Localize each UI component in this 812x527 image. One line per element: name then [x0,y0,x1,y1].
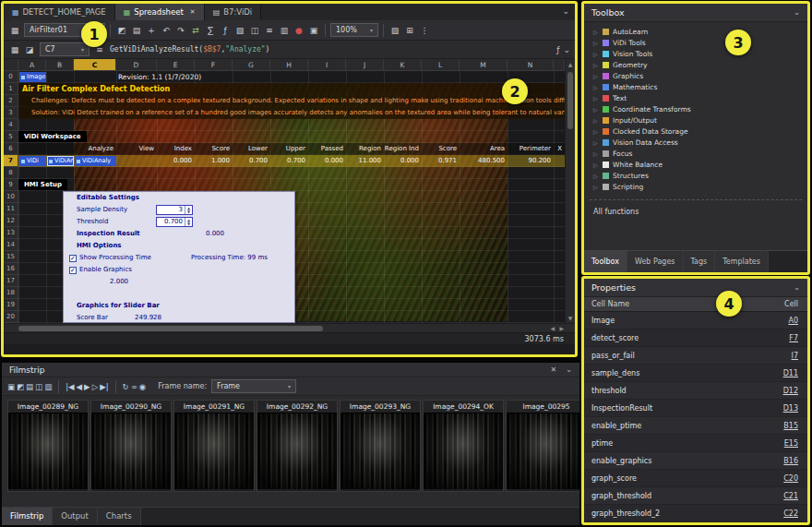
row-number[interactable]: 14 [4,239,18,251]
column-header[interactable] [554,59,565,70]
row-number[interactable]: 16 [4,263,18,275]
column-header[interactable]: L [422,59,460,70]
redo-icon[interactable]: ↷ [174,20,187,41]
column-header[interactable]: N [508,59,554,70]
vidi-analysis-chip[interactable]: ViDiAnaly [75,156,116,166]
document-tab[interactable]: ▦ Spreadsheet ✕ [115,4,205,20]
expand-arrow-icon[interactable]: ▷ [593,128,599,135]
scroll-down-icon[interactable]: ▼ [566,313,575,323]
details-icon[interactable]: ▥ [44,377,52,396]
column-header[interactable]: A [18,59,46,70]
image-thumbnail[interactable]: Image_00289_NG [7,400,89,492]
property-cell-link[interactable]: I7 [759,352,807,360]
column-header[interactable]: G [233,59,270,70]
property-cell-link[interactable]: D12 [759,387,807,395]
toolbox-tab[interactable]: Toolbox [584,251,627,272]
job-grid-icon[interactable]: ▦ [8,20,21,41]
row-number[interactable]: 20 [4,311,18,323]
save-icon[interactable]: ◩ [115,20,128,41]
function-icon[interactable]: ƒ [219,20,232,41]
toolbox-category[interactable]: ▷ AutoLearn [584,26,807,37]
spinner-arrows[interactable]: ▲▼ [185,218,192,226]
toolbox-category[interactable]: ▷ Input/Output [584,114,807,126]
threshold-input[interactable]: 0.700 ▲▼ [156,217,193,227]
sample-density-input[interactable]: 3 ▲▼ [156,205,193,215]
image-thumbnail[interactable]: Image_00294_OK [423,400,504,492]
toolbox-category[interactable]: ▷ White Balance [584,159,807,170]
bottom-panel-tab[interactable]: Charts [98,508,141,525]
toolbox-category[interactable]: ▷ ViDi Tools [584,37,807,48]
toolbox-category[interactable]: ▷ Text [584,92,807,103]
result-value-cell[interactable]: 90.200 [508,155,554,167]
row-number[interactable]: 5 [4,131,18,143]
thumbnails-icon[interactable]: ◫ [35,377,42,396]
toolbox-category[interactable]: ▷ Coordinate Transforms [584,103,807,114]
toolbox-category[interactable]: ▷ Vision Data Access [584,137,807,148]
checkbox-checked[interactable]: ✓ [69,267,77,274]
insert-function-icon[interactable]: ƒ [556,45,559,54]
spreadsheet-grid[interactable]: A B C D E F G H I J [4,59,575,323]
scroll-up-icon[interactable]: ▲ [566,59,575,69]
vidi-tool-chip[interactable]: ViDi [19,156,46,166]
bottom-panel-tab[interactable]: Output [53,508,98,525]
formula-input[interactable]: GetViDiAnalyzeResult($B$7,"Analyze") [110,45,553,54]
close-icon[interactable]: ✕ [551,365,557,374]
toolbox-tab[interactable]: Templates [715,251,769,272]
expand-arrow-icon[interactable]: ▷ [593,29,599,35]
frame-name-selector[interactable]: Frame ▾ [211,379,296,393]
toolbox-category[interactable]: ▷ Structures [584,170,807,181]
split-view-icon[interactable]: ◫ [248,20,261,41]
thumbnail-image[interactable] [8,413,88,489]
first-frame-icon[interactable]: |◀ [66,377,74,396]
vertical-scrollbar[interactable]: ▲ ▼ [565,59,575,323]
column-header[interactable]: C [74,59,116,70]
vidi-analyze-chip[interactable]: ViDiAnal [47,156,74,166]
row-number[interactable]: 10 [4,191,18,203]
thumbnail-image[interactable] [424,413,503,489]
row-number[interactable]: 13 [4,227,18,239]
chevron-down-icon[interactable]: ⌄ [566,365,572,374]
row-number[interactable]: 1 [4,83,18,95]
row-number[interactable]: 4 [4,119,18,131]
toolbox-category[interactable]: ▷ Mathematics [584,81,807,92]
row-number[interactable]: 6 [4,143,18,155]
column-header[interactable]: E [157,59,195,70]
image-cell-chip[interactable]: Image [19,72,46,82]
link-icon[interactable]: ∞ [131,377,137,396]
property-cell-link[interactable]: C20 [759,474,807,483]
thumbnail-image[interactable] [91,413,171,489]
result-value-cell[interactable]: 0.700 [270,155,308,167]
show-processing-time-option[interactable]: ✓ Show Processing Time [69,252,151,264]
result-value-cell[interactable]: 11.000 [346,155,384,167]
chevron-down-icon[interactable]: ⌄ [794,283,800,292]
result-value-cell[interactable]: 480.500 [460,155,508,167]
row-number[interactable]: 11 [4,203,18,215]
expand-arrow-icon[interactable]: ▷ [593,184,599,190]
toolbox-category[interactable]: ▷ Scripting [584,181,807,192]
pattern-icon[interactable]: ▧ [233,20,246,41]
result-value-cell[interactable]: 0.000 [308,155,346,167]
insert-icon[interactable]: + [145,20,158,41]
row-number[interactable]: 18 [4,287,18,299]
property-cell-link[interactable]: C22 [759,509,807,518]
result-value-cell[interactable]: 0.700 [233,155,270,167]
horizontal-scrollbar[interactable]: ◀ ▶ [4,323,575,332]
row-number[interactable]: 9 [4,179,18,191]
document-tab[interactable]: ▦ DETECT_HOME_PAGE [4,4,115,20]
row-vidi-results[interactable]: ViDi ViDiAnal ViDiAnaly 0.000 1.000 0.70… [4,155,565,167]
expand-arrow-icon[interactable]: ▷ [593,95,599,102]
sheet-icon[interactable]: ▦ [8,40,21,60]
play-icon[interactable]: ▶ [84,377,90,396]
image-thumbnail[interactable]: Image_00295 [506,400,579,492]
enable-graphics-option[interactable]: ✓ Enable Graphics [69,264,132,276]
image-thumbnail[interactable]: Image_00290_NG [90,400,172,492]
column-header[interactable]: F [195,59,233,70]
zoom-selector[interactable]: 100% ▾ [330,23,378,37]
grid-corner[interactable] [4,59,18,70]
column-header[interactable]: D [116,59,157,70]
row-number[interactable]: 15 [4,251,18,263]
columns-icon[interactable]: ▥ [278,20,291,41]
expand-arrow-icon[interactable]: ▷ [593,84,599,90]
palette-icon[interactable]: ◪ [23,40,36,60]
expand-arrow-icon[interactable]: ▷ [593,51,599,57]
